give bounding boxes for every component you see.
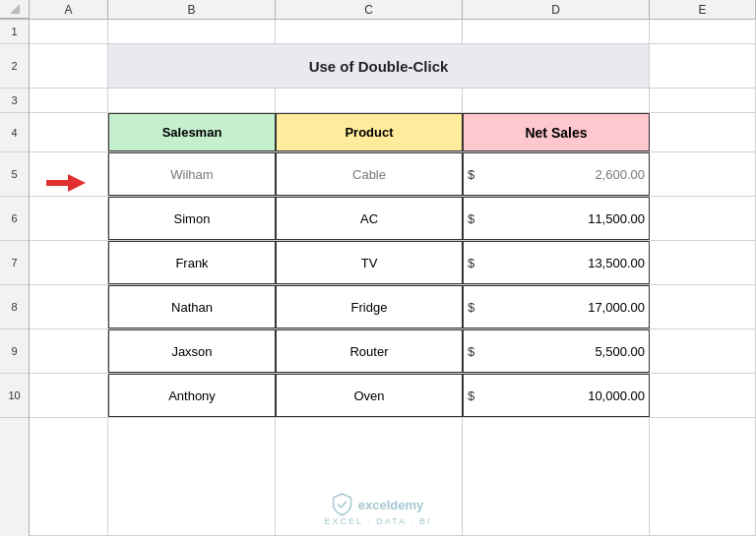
cell-a1[interactable] [30, 20, 108, 43]
cell-salesman-10[interactable]: Anthony [108, 374, 276, 417]
cell-product-10[interactable]: Oven [276, 374, 463, 417]
amount-10: 10,000.00 [588, 388, 645, 403]
dollar-sign-8: $ [468, 300, 474, 315]
cell-salesman-8[interactable]: Nathan [108, 285, 276, 328]
cell-sales-6[interactable]: $ 11,500.00 [463, 197, 650, 240]
row-num-2[interactable]: 2 [0, 44, 29, 89]
cell-salesman-5[interactable]: Wilham [108, 152, 276, 196]
cell-a2[interactable] [30, 44, 108, 88]
col-header-e[interactable]: E [650, 0, 756, 19]
grid-row-1 [30, 20, 756, 44]
watermark-name: exceldemy [358, 498, 424, 512]
cell-a8[interactable] [30, 285, 108, 328]
cell-d-empty[interactable] [463, 418, 650, 535]
cells-area: Use of Double-Click Salesman Product Net… [30, 20, 756, 536]
grid-row-10: Anthony Oven $ 10,000.00 [30, 374, 756, 418]
cell-product-9[interactable]: Router [276, 329, 463, 373]
grid-row-5: Wilham Cable $ 2,600.00 [30, 152, 756, 197]
header-salesman-cell[interactable]: Salesman [108, 113, 276, 151]
amount-6: 11,500.00 [588, 211, 645, 226]
dollar-sign-7: $ [468, 256, 474, 270]
cell-b3[interactable] [108, 89, 276, 112]
cell-product-5[interactable]: Cable [276, 152, 463, 196]
dollar-sign-5: $ [468, 167, 474, 182]
cell-sales-7[interactable]: $ 13,500.00 [463, 241, 650, 284]
grid-row-7: Frank TV $ 13,500.00 [30, 241, 756, 285]
cell-salesman-6[interactable]: Simon [108, 197, 276, 240]
cell-e8[interactable] [650, 285, 756, 328]
column-headers: A B C D E [0, 0, 756, 20]
cell-d1[interactable] [463, 20, 650, 43]
col-header-c[interactable]: C [276, 0, 463, 19]
cell-sales-10[interactable]: $ 10,000.00 [463, 374, 650, 417]
cell-e-empty[interactable] [650, 418, 756, 535]
row-numbers: 1 2 3 4 5 6 7 8 9 10 [0, 20, 30, 536]
cell-product-7[interactable]: TV [276, 241, 463, 284]
cell-e2[interactable] [650, 44, 756, 88]
cell-sales-5[interactable]: $ 2,600.00 [463, 152, 650, 196]
cell-e6[interactable] [650, 197, 756, 240]
cell-sales-9[interactable]: $ 5,500.00 [463, 329, 650, 373]
cell-c3[interactable] [276, 89, 463, 112]
svg-marker-1 [46, 174, 86, 192]
cell-e1[interactable] [650, 20, 756, 43]
dollar-sign-10: $ [468, 388, 474, 403]
cell-b-empty[interactable] [108, 418, 276, 535]
cell-a10[interactable] [30, 374, 108, 417]
row-num-4[interactable]: 4 [0, 113, 29, 152]
cell-a9[interactable] [30, 329, 108, 373]
cell-e7[interactable] [650, 241, 756, 284]
grid-row-2: Use of Double-Click [30, 44, 756, 89]
row-num-3[interactable]: 3 [0, 89, 29, 113]
dollar-sign-9: $ [468, 344, 474, 359]
cell-a6[interactable] [30, 197, 108, 240]
dollar-sign-6: $ [468, 211, 474, 226]
cell-a-empty[interactable] [30, 418, 108, 535]
watermark: exceldemy EXCEL · DATA · BI [325, 493, 432, 526]
cell-a4[interactable] [30, 113, 108, 151]
grid-row-6: Simon AC $ 11,500.00 [30, 197, 756, 241]
cell-a7[interactable] [30, 241, 108, 284]
amount-8: 17,000.00 [588, 300, 645, 315]
cell-sales-8[interactable]: $ 17,000.00 [463, 285, 650, 328]
svg-marker-0 [10, 4, 20, 14]
title-cell[interactable]: Use of Double-Click [108, 44, 650, 88]
cell-d3[interactable] [463, 89, 650, 112]
spreadsheet: A B C D E 1 2 3 4 5 6 7 8 9 1 [0, 0, 756, 536]
row-num-9[interactable]: 9 [0, 329, 29, 374]
grid-row-9: Jaxson Router $ 5,500.00 [30, 329, 756, 374]
amount-5: 2,600.00 [595, 167, 645, 182]
cell-product-8[interactable]: Fridge [276, 285, 463, 328]
cell-e4[interactable] [650, 113, 756, 151]
row-num-1[interactable]: 1 [0, 20, 29, 44]
cell-product-6[interactable]: AC [276, 197, 463, 240]
grid-row-8: Nathan Fridge $ 17,000.00 [30, 285, 756, 329]
cell-e3[interactable] [650, 89, 756, 112]
cell-e10[interactable] [650, 374, 756, 417]
col-header-d[interactable]: D [463, 0, 650, 19]
grid-area: 1 2 3 4 5 6 7 8 9 10 [0, 20, 756, 536]
cell-e9[interactable] [650, 329, 756, 373]
row-num-5[interactable]: 5 [0, 152, 29, 197]
cell-b1[interactable] [108, 20, 276, 43]
grid-row-4: Salesman Product Net Sales [30, 113, 756, 152]
header-netsales-cell[interactable]: Net Sales [463, 113, 650, 151]
amount-7: 13,500.00 [588, 256, 645, 270]
corner-cell [0, 0, 30, 19]
row-num-10[interactable]: 10 [0, 374, 29, 418]
row-num-8[interactable]: 8 [0, 285, 29, 329]
col-header-a[interactable]: A [30, 0, 108, 19]
shield-icon [333, 493, 352, 516]
row-num-7[interactable]: 7 [0, 241, 29, 285]
cell-a3[interactable] [30, 89, 108, 112]
header-product-cell[interactable]: Product [276, 113, 463, 151]
watermark-logo: exceldemy [333, 493, 424, 516]
cell-salesman-7[interactable]: Frank [108, 241, 276, 284]
row-num-6[interactable]: 6 [0, 197, 29, 241]
cell-c1[interactable] [276, 20, 463, 43]
col-header-b[interactable]: B [108, 0, 276, 19]
cell-e5[interactable] [650, 152, 756, 196]
grid-row-3 [30, 89, 756, 113]
cell-salesman-9[interactable]: Jaxson [108, 329, 276, 373]
amount-9: 5,500.00 [595, 344, 645, 359]
